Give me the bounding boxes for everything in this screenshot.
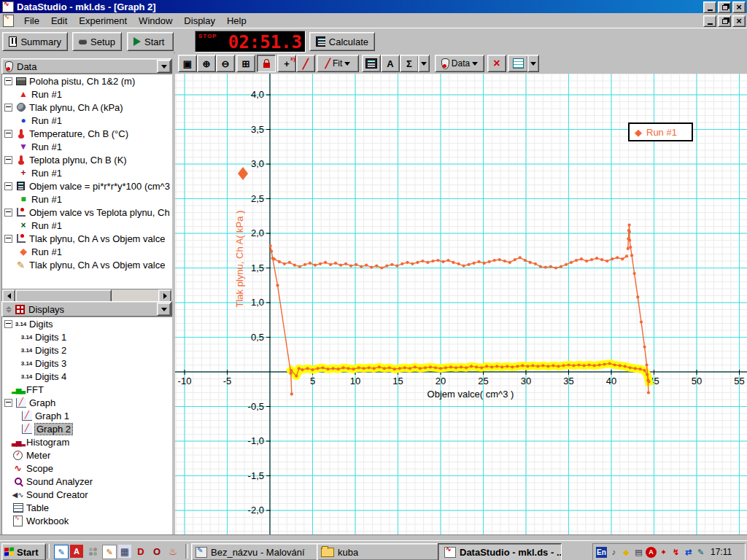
run-item[interactable]: ■ Run #1: [2, 192, 171, 206]
graph-canvas[interactable]: -10-55101520253035404550554,03,53,02,52,…: [175, 74, 747, 534]
task-kuba-folder[interactable]: kuba: [317, 543, 442, 560]
plot-area[interactable]: -10-55101520253035404550554,03,53,02,52,…: [175, 74, 747, 534]
diamond-tray-icon[interactable]: [621, 547, 632, 558]
calculate-button[interactable]: Calculate: [309, 32, 375, 51]
display-item-workbook[interactable]: Workbook: [2, 514, 171, 527]
graph-settings-button[interactable]: [508, 55, 528, 72]
display-item-meter[interactable]: Meter: [2, 448, 171, 462]
menu-edit[interactable]: Edit: [45, 14, 73, 28]
display-item-digits-3[interactable]: 3.14 Digits 3: [2, 357, 171, 370]
displays-panel-header[interactable]: Displays: [1, 301, 172, 317]
delete-button[interactable]: ×: [487, 55, 506, 72]
data-item-tlak-plynu[interactable]: Tlak plynu, Ch A (kPa): [2, 101, 171, 114]
setup-button[interactable]: Setup: [72, 32, 122, 51]
display-item-digits-2[interactable]: 3.14 Digits 2: [2, 343, 171, 357]
menu-experiment[interactable]: Experiment: [73, 14, 133, 28]
minimize-button[interactable]: [703, 1, 716, 13]
start-menu-button[interactable]: Start: [1, 543, 46, 560]
menu-file[interactable]: File: [18, 14, 45, 28]
run-item[interactable]: ▼ Run #1: [2, 140, 171, 153]
data-panel-header[interactable]: Data: [1, 58, 172, 74]
run-item[interactable]: ◆ Run #1: [2, 245, 171, 258]
legend[interactable]: ◆ Run #1: [628, 122, 693, 141]
zoom-in-button[interactable]: ⊕: [197, 55, 216, 72]
display-item-scope[interactable]: ∿ Scope: [2, 462, 171, 475]
quicklaunch-calculator-icon[interactable]: [118, 545, 131, 558]
collapse-icon[interactable]: [4, 209, 12, 217]
data-item-objem-valce[interactable]: Objem valce = pi*r*r*y*100 (cm^3: [2, 179, 171, 192]
graph-calculator-button[interactable]: [362, 55, 381, 72]
display-item-sound-analyzer[interactable]: Sound Analyzer: [2, 475, 171, 488]
quicklaunch-acrobat-icon[interactable]: [70, 545, 83, 558]
display-item-digits-4[interactable]: 3.14 Digits 4: [2, 370, 171, 383]
backup-tray-icon[interactable]: [633, 547, 644, 558]
display-item-sound-creator[interactable]: ◀∿ Sound Creator: [2, 488, 171, 501]
quicklaunch-opera-icon[interactable]: [150, 545, 163, 558]
quicklaunch-notes-icon[interactable]: [54, 545, 69, 559]
collapse-icon[interactable]: [4, 399, 12, 407]
restore-button[interactable]: [718, 1, 731, 13]
highlight-lock-button[interactable]: [257, 55, 276, 72]
collapse-icon[interactable]: [4, 130, 12, 138]
task-datastudio[interactable]: DataStudio - mkl.ds - ...: [438, 543, 562, 560]
run-item[interactable]: × Run #1: [2, 219, 171, 232]
collapse-icon[interactable]: [4, 156, 12, 164]
app-icon[interactable]: [2, 1, 14, 12]
collapse-icon[interactable]: [4, 182, 12, 190]
zoom-select-button[interactable]: ⊞: [236, 55, 255, 72]
displays-panel-dropdown[interactable]: [157, 303, 171, 316]
data-dropdown[interactable]: Data: [435, 55, 484, 72]
data-item-poloha-pistu[interactable]: Poloha pistu, Ch 1&2 (m): [2, 74, 171, 88]
start-button[interactable]: Start: [127, 32, 174, 51]
data-panel-dropdown[interactable]: [157, 60, 171, 73]
slope-tool-button[interactable]: ╱: [296, 55, 315, 72]
display-item-digits[interactable]: 3.14 Digits: [2, 317, 171, 330]
menu-display[interactable]: Display: [178, 14, 221, 28]
menu-help[interactable]: Help: [221, 14, 252, 28]
statistics-button[interactable]: Σ: [400, 55, 419, 72]
display-item-graph-1[interactable]: ╱ Graph 1: [2, 409, 171, 422]
data-item-tlak-vs-objem[interactable]: Tlak plynu, Ch A vs Objem valce: [2, 232, 171, 245]
data-item-tlak-vs-objem-2[interactable]: ✎ Tlak plynu, Ch A vs Objem valce: [2, 258, 171, 271]
volume-icon[interactable]: [608, 547, 619, 558]
pen-tray-icon[interactable]: [695, 547, 706, 558]
ati-tray-icon[interactable]: [646, 547, 657, 558]
quicklaunch-fire-icon[interactable]: [166, 545, 179, 558]
smart-tool-button[interactable]: +: [277, 55, 296, 72]
language-indicator[interactable]: En: [596, 547, 607, 558]
child-close-button[interactable]: [732, 15, 746, 27]
scale-to-fit-button[interactable]: ▣: [178, 55, 197, 72]
zoom-out-button[interactable]: ⊖: [216, 55, 235, 72]
text-annotation-button[interactable]: A: [381, 55, 400, 72]
display-item-graph-2[interactable]: ╱ Graph 2: [2, 422, 171, 435]
lightning-tray-icon[interactable]: [670, 547, 681, 558]
run-item[interactable]: + Run #1: [2, 166, 171, 179]
collapse-icon[interactable]: [4, 77, 12, 85]
sync-tray-icon[interactable]: [683, 547, 694, 558]
display-item-digits-1[interactable]: 3.14 Digits 1: [2, 330, 171, 343]
data-item-objem-vs-teplota[interactable]: Objem valce vs Teplota plynu, Ch: [2, 206, 171, 219]
graph-settings-dropdown[interactable]: [527, 55, 539, 72]
fit-dropdown[interactable]: ╱ Fit: [317, 55, 359, 72]
menu-window[interactable]: Window: [133, 14, 178, 28]
child-minimize-button[interactable]: [703, 15, 716, 27]
agent-tray-icon[interactable]: [658, 547, 669, 558]
collapse-icon[interactable]: [4, 235, 12, 243]
collapse-icon[interactable]: [4, 320, 12, 328]
run-item[interactable]: ▲ Run #1: [2, 88, 171, 101]
display-item-fft[interactable]: ▂▅▃ FFT: [2, 383, 171, 396]
task-paint[interactable]: Bez_názvu - Malování: [191, 543, 320, 560]
data-tree-hscrollbar[interactable]: [1, 289, 172, 302]
quicklaunch-dragon-icon[interactable]: [134, 545, 147, 558]
document-icon[interactable]: [3, 15, 14, 27]
data-item-teplota-plynu[interactable]: Teplota plynu, Ch B (K): [2, 153, 171, 166]
clock[interactable]: 17:11: [711, 547, 732, 557]
close-button[interactable]: [732, 1, 746, 13]
quicklaunch-icq-icon[interactable]: [86, 545, 99, 558]
summary-button[interactable]: Summary: [2, 32, 68, 51]
run-item[interactable]: ● Run #1: [2, 114, 171, 127]
splitter-icon[interactable]: [6, 306, 12, 313]
quicklaunch-paint-icon[interactable]: [102, 545, 117, 559]
display-item-histogram[interactable]: ▃▅▂ Histogram: [2, 435, 171, 448]
display-item-table[interactable]: Table: [2, 501, 171, 514]
